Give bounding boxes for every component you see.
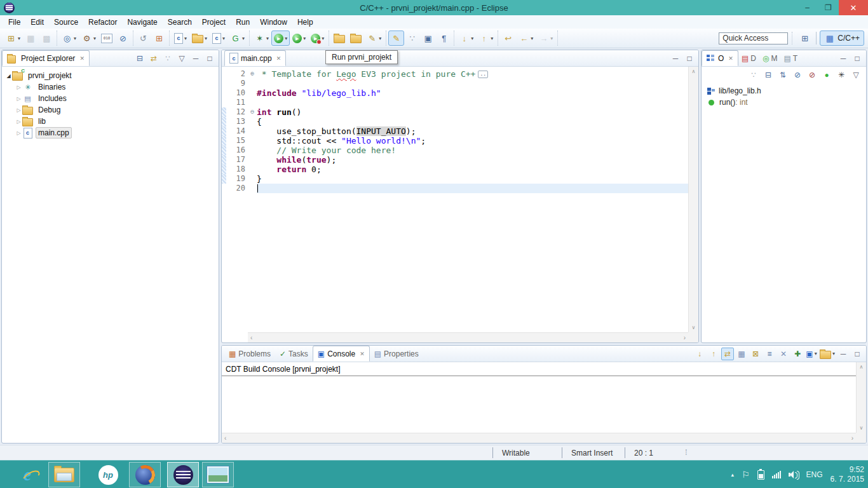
action-center-icon[interactable]: ⚐: [742, 470, 750, 480]
scroll-up-icon[interactable]: ∧: [692, 69, 696, 74]
view-menu-button[interactable]: ▽: [175, 52, 188, 65]
taskbar-image-viewer[interactable]: [202, 462, 234, 487]
quick-access-input[interactable]: Quick Access: [719, 32, 788, 44]
network-signal-icon[interactable]: [772, 471, 781, 478]
collapsed-arrow-icon[interactable]: ▷: [15, 96, 22, 102]
taskbar-eclipse[interactable]: [167, 462, 199, 487]
next-annotation-button[interactable]: ↓▾: [456, 30, 476, 46]
launch-target-button[interactable]: ◎▾: [59, 30, 79, 46]
code-line-13[interactable]: 13{: [222, 117, 688, 126]
new-class-button[interactable]: c▾: [172, 30, 189, 46]
code-line-15[interactable]: 15 std::cout << "Hello world!\n";: [222, 136, 688, 146]
minimize-button[interactable]: ─: [837, 348, 850, 360]
view-menu-button[interactable]: ▽: [850, 69, 862, 81]
menu-search[interactable]: Search: [163, 17, 197, 28]
previous-console-button[interactable]: ↑: [707, 348, 720, 360]
dropdown-arrow-icon[interactable]: ▾: [379, 36, 381, 41]
save-button[interactable]: ▦: [23, 30, 39, 46]
hide-fields-button[interactable]: ⊘: [791, 69, 804, 81]
taskbar-file-explorer[interactable]: [48, 462, 80, 487]
run-tool-button[interactable]: ▶▾: [290, 30, 308, 46]
battery-icon[interactable]: [757, 470, 764, 480]
taskbar-hp[interactable]: hp: [92, 462, 124, 487]
search-button[interactable]: ✎▾: [364, 30, 384, 46]
close-window-button[interactable]: ✕: [839, 0, 868, 15]
restore-window-button[interactable]: ❐: [818, 0, 839, 15]
outline-item-include[interactable]: lib/lego_lib.h: [707, 85, 866, 97]
minimize-button[interactable]: ─: [837, 52, 850, 65]
new-button[interactable]: ⊞▾: [3, 30, 23, 46]
code-line-18[interactable]: 18 return 0;: [222, 165, 688, 174]
minimize-button[interactable]: ─: [189, 52, 202, 65]
run-button[interactable]: ▶▾: [271, 30, 290, 46]
dropdown-arrow-icon[interactable]: ▾: [471, 36, 473, 41]
dropdown-arrow-icon[interactable]: ▾: [832, 351, 835, 356]
maximize-button[interactable]: □: [851, 52, 864, 65]
tab-problems[interactable]: ▦Problems: [224, 346, 275, 362]
code-line-9[interactable]: 9: [222, 79, 688, 88]
scroll-up-icon[interactable]: ∧: [860, 364, 864, 370]
code-line-16[interactable]: 16 // Write your code here!: [222, 146, 688, 155]
forward-button[interactable]: →▾: [536, 30, 555, 46]
tree-item-main-cpp[interactable]: ▷cmain.cpp: [4, 127, 219, 139]
back-button[interactable]: ←▾: [516, 30, 536, 46]
collapse-all-button[interactable]: ⊟: [133, 52, 146, 65]
menu-window[interactable]: Window: [255, 17, 292, 28]
menu-source[interactable]: Source: [49, 17, 83, 28]
dropdown-arrow-icon[interactable]: ▾: [303, 36, 306, 41]
new-source-file-button[interactable]: c▾: [210, 30, 227, 46]
dropdown-arrow-icon[interactable]: ▾: [222, 36, 225, 41]
collapse-all-button[interactable]: ⊟: [762, 69, 775, 81]
code-text[interactable]: while(true);: [257, 155, 688, 165]
outline-item-run[interactable]: run() : int: [707, 97, 866, 108]
dropdown-arrow-icon[interactable]: ▾: [550, 36, 553, 41]
code-text[interactable]: // Write your code here!: [257, 146, 688, 155]
console-output[interactable]: CDT Build Console [prvni_projekt]: [222, 362, 856, 433]
scroll-left-icon[interactable]: ‹: [224, 435, 226, 442]
dropdown-arrow-icon[interactable]: ▾: [531, 36, 533, 41]
close-icon[interactable]: ✕: [79, 55, 85, 62]
dropdown-arrow-icon[interactable]: ▾: [815, 351, 817, 356]
tab-outline[interactable]: O✕: [702, 50, 738, 66]
code-text[interactable]: std::cout << "Hello world!\n";: [257, 136, 688, 146]
language-indicator[interactable]: ENG: [806, 470, 823, 479]
clock[interactable]: 9:52 6. 7. 2015: [831, 465, 864, 484]
code-text[interactable]: #include "lib/lego_lib.h": [257, 88, 688, 98]
code-text[interactable]: int run(): [257, 107, 688, 117]
cpp-perspective-button[interactable]: ▦C/C++: [820, 30, 864, 46]
tab-m[interactable]: ◎M: [759, 50, 780, 66]
dropdown-arrow-icon[interactable]: ▾: [242, 36, 245, 41]
maximize-button[interactable]: □: [203, 52, 216, 65]
code-text[interactable]: * Template for Lego EV3 project in pure …: [257, 69, 688, 79]
scroll-right-icon[interactable]: ›: [851, 435, 853, 442]
dropdown-arrow-icon[interactable]: ▾: [18, 36, 20, 41]
dropdown-arrow-icon[interactable]: ▾: [184, 36, 187, 41]
console-horizontal-scrollbar[interactable]: ‹ ›: [222, 433, 856, 443]
tab-console[interactable]: ▣Console✕: [313, 346, 370, 362]
new-project-button[interactable]: ▾: [189, 30, 210, 46]
collapsed-arrow-icon[interactable]: ▷: [15, 119, 22, 125]
scroll-left-icon[interactable]: ‹: [250, 334, 252, 341]
expanded-arrow-icon[interactable]: ◢: [5, 73, 12, 79]
tab-tasks[interactable]: ✓Tasks: [275, 346, 313, 362]
code-line-10[interactable]: 10#include "lib/lego_lib.h": [222, 88, 688, 98]
collapsed-arrow-icon[interactable]: ▷: [15, 85, 22, 90]
taskbar-internet-explorer[interactable]: e: [11, 462, 43, 487]
hide-static-button[interactable]: ⊘: [806, 69, 818, 81]
code-text[interactable]: [257, 184, 688, 193]
dropdown-arrow-icon[interactable]: ▾: [205, 36, 207, 41]
code-editor[interactable]: 2⊕ * Template for Lego EV3 project in pu…: [222, 67, 688, 332]
show-hidden-icons-button[interactable]: ▴: [731, 471, 735, 478]
code-text[interactable]: return 0;: [257, 165, 688, 174]
open-resource-button[interactable]: [348, 30, 364, 46]
follow-output-button[interactable]: ⇄: [721, 348, 734, 360]
tab-t[interactable]: ▤T: [780, 50, 801, 66]
code-text[interactable]: {: [257, 117, 688, 126]
code-line-14[interactable]: 14 use_stop_button(INPUT_AUTO);: [222, 126, 688, 136]
link-editor-button[interactable]: ⇄: [147, 52, 160, 65]
code-line-17[interactable]: 17 while(true);: [222, 155, 688, 165]
tree-item-debug[interactable]: ▷Debug: [4, 104, 219, 116]
dropdown-arrow-icon[interactable]: ▾: [266, 36, 269, 41]
open-element-button[interactable]: [331, 30, 348, 46]
menu-project[interactable]: Project: [197, 17, 231, 28]
